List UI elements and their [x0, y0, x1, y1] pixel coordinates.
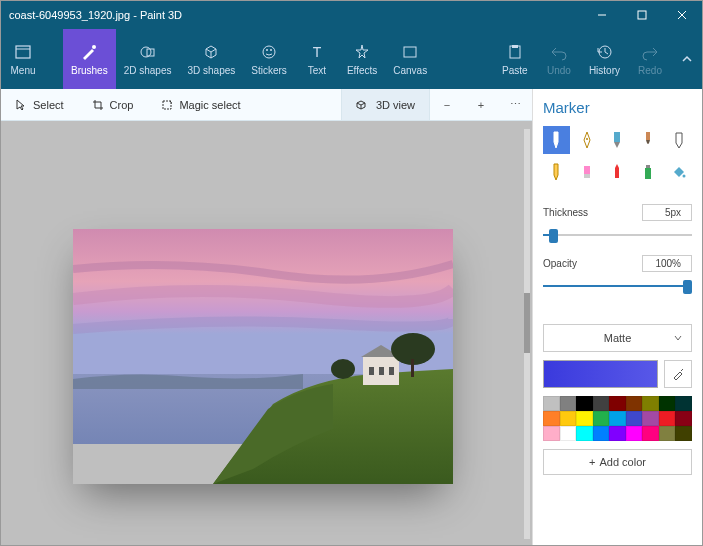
side-panel: Marker Thickness 5px Opacity 100% [532, 89, 702, 546]
svg-point-34 [682, 175, 685, 178]
chevron-up-icon [681, 53, 693, 65]
pencil-brush[interactable] [543, 158, 570, 186]
svg-rect-25 [411, 359, 414, 377]
color-swatch[interactable] [675, 426, 692, 441]
svg-rect-31 [584, 174, 590, 178]
color-swatch[interactable] [675, 411, 692, 426]
opacity-input[interactable]: 100% [642, 255, 692, 272]
select-tool[interactable]: Select [1, 89, 78, 120]
maximize-button[interactable] [622, 1, 662, 29]
3d-view-toggle[interactable]: 3D view [341, 89, 430, 120]
svg-rect-29 [646, 132, 650, 140]
image-canvas[interactable] [73, 229, 453, 484]
shapes-3d-icon [202, 43, 220, 61]
magic-select-tool[interactable]: Magic select [147, 89, 254, 120]
color-swatch[interactable] [593, 426, 610, 441]
redo-button[interactable]: Redo [628, 29, 672, 89]
color-swatch[interactable] [543, 396, 560, 411]
color-swatch[interactable] [626, 411, 643, 426]
svg-point-27 [586, 138, 588, 140]
brushes-tab[interactable]: Brushes [63, 29, 116, 89]
undo-button[interactable]: Undo [537, 29, 581, 89]
minimize-button[interactable] [582, 1, 622, 29]
current-color-swatch[interactable] [543, 360, 658, 388]
pixel-pen-brush[interactable] [665, 126, 692, 154]
color-swatch[interactable] [642, 426, 659, 441]
3d-view-label: 3D view [376, 99, 415, 111]
color-swatch[interactable] [593, 396, 610, 411]
add-color-button[interactable]: + Add color [543, 449, 692, 475]
panel-heading: Marker [543, 99, 692, 116]
plus-icon: + [589, 456, 595, 468]
3d-shapes-tab[interactable]: 3D shapes [180, 29, 244, 89]
color-swatch[interactable] [609, 411, 626, 426]
thickness-input[interactable]: 5px [642, 204, 692, 221]
crop-tool[interactable]: Crop [78, 89, 148, 120]
canvas-label: Canvas [393, 65, 427, 76]
marker-brush[interactable] [543, 126, 570, 154]
spray-can-brush[interactable] [635, 158, 662, 186]
paste-button[interactable]: Paste [493, 29, 537, 89]
color-swatch[interactable] [659, 426, 676, 441]
thickness-slider[interactable] [543, 227, 692, 243]
text-tab[interactable]: T Text [295, 29, 339, 89]
color-swatch[interactable] [560, 411, 577, 426]
color-swatch[interactable] [609, 426, 626, 441]
color-swatch[interactable] [543, 426, 560, 441]
color-swatch[interactable] [543, 411, 560, 426]
redo-label: Redo [638, 65, 662, 76]
history-button[interactable]: History [581, 29, 628, 89]
2d-shapes-tab[interactable]: 2D shapes [116, 29, 180, 89]
color-swatch[interactable] [609, 396, 626, 411]
svg-rect-30 [584, 166, 590, 174]
svg-point-10 [266, 49, 268, 51]
watercolor-brush[interactable] [635, 126, 662, 154]
menu-button[interactable]: Menu [1, 29, 45, 89]
more-options-button[interactable]: ⋯ [498, 89, 532, 120]
color-swatch[interactable] [659, 396, 676, 411]
material-value: Matte [604, 332, 632, 344]
svg-point-11 [270, 49, 272, 51]
color-swatch[interactable] [659, 411, 676, 426]
color-swatch[interactable] [642, 396, 659, 411]
chevron-down-icon [673, 333, 683, 343]
color-swatch[interactable] [576, 411, 593, 426]
color-swatch[interactable] [626, 426, 643, 441]
close-button[interactable] [662, 1, 702, 29]
zoom-in-button[interactable]: + [464, 89, 498, 120]
color-swatch[interactable] [593, 411, 610, 426]
ribbon: Menu Brushes 2D shapes 3D shapes Sticker… [1, 29, 702, 89]
thickness-label: Thickness [543, 207, 588, 218]
select-label: Select [33, 99, 64, 111]
canvas-tab[interactable]: Canvas [385, 29, 435, 89]
paste-label: Paste [502, 65, 528, 76]
color-swatch[interactable] [560, 426, 577, 441]
shapes-2d-icon [139, 43, 157, 61]
canvas-viewport[interactable] [1, 121, 532, 546]
eyedropper-button[interactable] [664, 360, 692, 388]
oil-brush[interactable] [604, 126, 631, 154]
vertical-scrollbar[interactable] [524, 129, 530, 539]
color-palette [543, 396, 692, 441]
brush-picker [543, 126, 692, 186]
color-swatch[interactable] [560, 396, 577, 411]
undo-label: Undo [547, 65, 571, 76]
crayon-brush[interactable] [604, 158, 631, 186]
color-swatch[interactable] [675, 396, 692, 411]
eyedropper-icon [671, 367, 685, 381]
zoom-out-button[interactable]: − [430, 89, 464, 120]
color-swatch[interactable] [642, 411, 659, 426]
color-swatch[interactable] [576, 426, 593, 441]
calligraphy-pen-brush[interactable] [574, 126, 601, 154]
color-swatch[interactable] [576, 396, 593, 411]
effects-tab[interactable]: Effects [339, 29, 385, 89]
fill-brush[interactable] [665, 158, 692, 186]
eraser-brush[interactable] [574, 158, 601, 186]
opacity-slider[interactable] [543, 278, 692, 294]
svg-rect-21 [369, 367, 374, 375]
color-swatch[interactable] [626, 396, 643, 411]
material-dropdown[interactable]: Matte [543, 324, 692, 352]
stickers-tab[interactable]: Stickers [243, 29, 295, 89]
3d-shapes-label: 3D shapes [188, 65, 236, 76]
expand-ribbon-button[interactable] [672, 29, 702, 89]
